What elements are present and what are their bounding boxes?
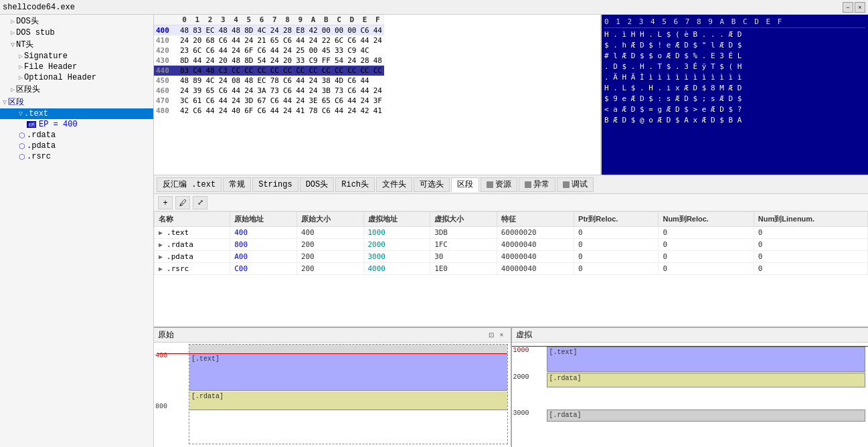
hex-cell[interactable]: 24 [359,96,371,106]
raw-panel-close[interactable]: × [497,331,507,340]
hex-cell[interactable]: 44 [333,106,345,116]
hex-cell[interactable]: 61 [191,96,203,106]
sidebar-item-signature[interactable]: ▷ Signature [0,51,153,62]
hex-cell[interactable]: 48 [242,76,255,86]
hex-cell[interactable]: 20 [281,56,294,66]
hex-cell[interactable]: 24 [230,46,242,56]
hex-cell[interactable]: 28 [359,56,371,66]
hex-cell[interactable]: 4C [359,46,371,56]
sidebar-item-rdata[interactable]: ⬡ .rdata [0,130,153,141]
hex-cell[interactable]: 08 [230,76,242,86]
hex-cell[interactable]: 44 [359,86,371,96]
hex-cell[interactable]: 44 [294,76,307,86]
hex-cell[interactable]: 24 [217,106,230,116]
hex-cell[interactable]: 00 [320,25,333,36]
hex-cell[interactable]: C6 [268,96,281,106]
hex-cell[interactable]: 6C [333,35,345,46]
hex-cell[interactable]: 24 [371,86,384,96]
add-button[interactable]: + [158,196,173,209]
hex-cell[interactable]: 44 [268,106,281,116]
hex-cell[interactable]: 24 [204,56,217,66]
close-button[interactable]: × [855,2,865,13]
hex-cell[interactable]: EC [204,25,217,36]
hex-cell[interactable]: 44 [191,56,203,66]
hex-cell[interactable]: C9 [307,56,320,66]
hex-cell[interactable]: 48 [204,66,217,76]
hex-cell[interactable]: 44 [281,96,294,106]
hex-cell[interactable]: CC [230,66,242,76]
hex-cell[interactable]: CC [359,66,371,76]
hex-cell[interactable]: 24 [230,96,242,106]
table-row[interactable]: ▶ .rdata80020020001FC40000040000 [155,239,868,251]
hex-cell[interactable]: 39 [191,86,203,96]
hex-cell[interactable]: 73 [333,86,345,96]
hex-cell[interactable]: 83 [178,66,191,76]
hex-cell[interactable]: 6C [191,46,203,56]
hex-cell[interactable]: FF [320,56,333,66]
hex-cell[interactable]: 8D [242,56,255,66]
hex-cell[interactable]: 68 [204,35,217,46]
hex-cell[interactable]: 44 [217,96,230,106]
hex-cell[interactable]: 4C [256,25,268,36]
hex-cell[interactable]: 48 [230,25,242,36]
hex-cell[interactable]: 8D [242,25,255,36]
hex-cell[interactable]: 44 [230,35,242,46]
hex-cell[interactable]: 24 [178,86,191,96]
hex-cell[interactable]: 42 [307,25,320,36]
hex-cell[interactable]: 44 [345,96,358,106]
hex-cell[interactable]: 38 [320,76,333,86]
tab-disasm[interactable]: 反汇编 .text [157,177,222,192]
expand-button[interactable]: ⤢ [193,196,207,209]
hex-cell[interactable]: C6 [345,35,358,46]
minimize-button[interactable]: − [843,2,853,13]
hex-cell[interactable]: CC [320,66,333,76]
hex-cell[interactable]: C6 [345,86,358,96]
hex-cell[interactable]: 3C [178,96,191,106]
tab-debug[interactable]: 调试 [557,177,594,192]
hex-cell[interactable]: 65 [320,96,333,106]
hex-cell[interactable]: CC [345,66,358,76]
hex-cell[interactable]: 48 [178,25,191,36]
hex-cell[interactable]: CC [281,66,294,76]
hex-cell[interactable]: 6F [242,46,255,56]
sidebar-item-pdata[interactable]: ⬡ .pdata [0,141,153,151]
hex-cell[interactable]: 00 [345,25,358,36]
hex-cell[interactable]: 83 [191,25,203,36]
hex-cell[interactable]: 25 [294,46,307,56]
hex-cell[interactable]: 42 [359,106,371,116]
sidebar-item-file-header[interactable]: ▷ File Header [0,62,153,72]
hex-cell[interactable]: 65 [204,86,217,96]
hex-cell[interactable]: 24 [294,96,307,106]
hex-cell[interactable]: 44 [359,35,371,46]
hex-cell[interactable]: C6 [333,96,345,106]
hex-cell[interactable]: C6 [256,106,268,116]
sidebar-item-text[interactable]: ▽ .text [0,108,153,119]
sidebar-item-dos-head[interactable]: ▷ DOS头 [0,15,153,27]
hex-cell[interactable]: 24 [268,56,281,66]
hex-cell[interactable]: 78 [268,76,281,86]
hex-cell[interactable]: 3E [307,96,320,106]
section-table-wrapper[interactable]: 名称 原始地址 原始大小 虚拟地址 虚拟大小 特征 Ptr到Reloc. Num… [154,211,868,327]
hex-cell[interactable]: C6 [204,96,217,106]
hex-cell[interactable]: 24 [371,35,384,46]
hex-cell[interactable]: 40 [230,106,242,116]
hex-cell[interactable]: 54 [333,56,345,66]
hex-cell[interactable]: 24 [345,106,358,116]
sidebar-item-optional-header[interactable]: ▷ Optional Header [0,72,153,83]
hex-cell[interactable]: 44 [268,46,281,56]
hex-cell[interactable]: 42 [178,106,191,116]
hex-cell[interactable]: 24 [345,56,358,66]
tab-strings[interactable]: Strings [252,177,298,192]
hex-cell[interactable]: C6 [345,76,358,86]
tab-normal[interactable]: 常规 [223,177,251,192]
sidebar-item-sections[interactable]: ▽ 区段 [0,96,153,108]
hex-cell[interactable]: 48 [217,25,230,36]
hex-cell[interactable]: 24 [307,76,320,86]
hex-cell[interactable]: 44 [230,86,242,96]
hex-cell[interactable]: 3B [320,86,333,96]
hex-cell[interactable]: 20 [217,56,230,66]
hex-cell[interactable]: CC [333,66,345,76]
hex-cell[interactable]: 23 [178,46,191,56]
hex-cell[interactable]: EC [256,76,268,86]
hex-cell[interactable]: 89 [191,76,203,86]
